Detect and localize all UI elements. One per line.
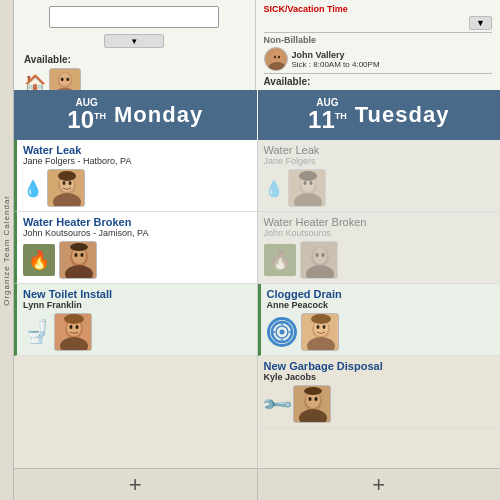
tuesday-empty — [258, 428, 501, 468]
aug11-dayname: Tuesday — [355, 102, 450, 128]
jane-folgers-avatar-tue — [288, 169, 326, 207]
garbage-disposal-icons: 🔧 — [264, 385, 495, 423]
svg-point-27 — [70, 325, 73, 329]
john-k-avatar-mon — [59, 241, 97, 279]
svg-point-36 — [299, 171, 317, 181]
job-card-water-heater-tue[interactable]: Water Heater Broken John Koutsouros 🔥 — [258, 212, 501, 284]
toilet-icon: 🚽 — [23, 319, 50, 345]
water-heater-mon-icons: 🔥 — [23, 241, 251, 279]
svg-point-29 — [64, 314, 84, 324]
toilet-mon-icons: 🚽 — [23, 313, 251, 351]
svg-point-14 — [69, 181, 72, 185]
job-card-water-heater-mon[interactable]: Water Heater Broken John Koutsouros - Ja… — [14, 212, 257, 284]
svg-point-42 — [321, 253, 324, 257]
sick-hours: Sick : 8:00AM to 4:00PM — [292, 60, 380, 69]
drain-icon — [267, 317, 297, 347]
svg-point-20 — [75, 253, 78, 257]
left-available-label: Available: — [24, 54, 249, 65]
aug10-date-block: AUG 10TH — [67, 98, 106, 132]
add-monday-button[interactable]: + — [14, 469, 258, 500]
aug10-sup: TH — [94, 111, 106, 121]
clogged-drain-title: Clogged Drain — [267, 288, 495, 300]
svg-point-8 — [278, 56, 280, 59]
svg-point-6 — [268, 62, 286, 71]
top-right-area: SICK/Vacation Time ▼ Non-Billable — [256, 0, 501, 90]
water-leak-tue-icons: 💧 — [264, 169, 495, 207]
john-vallery-avatar — [264, 47, 288, 71]
aug11-date: 11TH — [308, 108, 347, 132]
vacation-dropdown[interactable]: ▼ — [469, 16, 492, 30]
garbage-disposal-title: New Garbage Disposal — [264, 360, 495, 372]
water-heater-tue-icons: 🔥 — [264, 241, 495, 279]
separator2 — [264, 73, 493, 74]
svg-point-61 — [308, 397, 311, 401]
search-input-wrapper[interactable]: ▼ — [20, 6, 249, 48]
john-k-avatar-tue — [300, 241, 338, 279]
sick-vacation-label: SICK/Vacation Time — [264, 4, 493, 14]
water-leak-mon-title: Water Leak — [23, 144, 251, 156]
job-card-clogged-drain-tue[interactable]: Clogged Drain Anne Peacock — [258, 284, 501, 356]
top-section: ▼ Available: 🏠 — [14, 0, 500, 90]
chevron-button[interactable]: ▼ — [104, 34, 164, 48]
svg-point-5 — [271, 50, 283, 64]
water-heater-mon-title: Water Heater Broken — [23, 216, 251, 228]
job-card-water-leak-mon[interactable]: Water Leak Jane Folgers - Hatboro, PA 💧 — [14, 140, 257, 212]
svg-point-7 — [274, 56, 276, 59]
monday-column: Water Leak Jane Folgers - Hatboro, PA 💧 — [14, 140, 258, 468]
clogged-drain-icons — [267, 313, 495, 351]
day-header-aug11: AUG 11TH Tuesday — [258, 90, 501, 140]
jobs-area: Water Leak Jane Folgers - Hatboro, PA 💧 — [14, 140, 500, 468]
water-leak-tue-title: Water Leak — [264, 144, 495, 156]
clogged-drain-person: Anne Peacock — [267, 300, 495, 310]
top-left-area: ▼ Available: 🏠 — [14, 0, 256, 90]
svg-point-15 — [58, 171, 76, 181]
main-container: Organize Team Calendar ▼ Available: 🏠 — [0, 0, 500, 500]
svg-point-45 — [279, 330, 284, 335]
john-vallery-name: John Vallery — [292, 50, 380, 60]
anne-peacock-avatar — [301, 313, 339, 351]
water-heater-tue-title: Water Heater Broken — [264, 216, 495, 228]
svg-point-22 — [70, 243, 88, 251]
water-drop-icon: 💧 — [23, 179, 43, 198]
aug11-sup: TH — [335, 111, 347, 121]
monday-empty — [14, 356, 257, 468]
right-available-label: Available: — [264, 76, 493, 87]
heater-icon: 🔥 — [23, 244, 55, 276]
aug10-date: 10TH — [67, 108, 106, 132]
svg-point-35 — [309, 181, 312, 185]
water-leak-mon-person: Jane Folgers - Hatboro, PA — [23, 156, 251, 166]
water-heater-tue-person: John Koutsouros — [264, 228, 495, 238]
toilet-mon-person: Lynn Franklin — [23, 300, 251, 310]
jane-folgers-avatar-mon — [47, 169, 85, 207]
svg-point-21 — [81, 253, 84, 257]
svg-point-41 — [315, 253, 318, 257]
svg-point-63 — [304, 387, 322, 395]
sidebar: Organize Team Calendar — [0, 0, 14, 500]
water-drop-icon-tue: 💧 — [264, 179, 284, 198]
non-billable-person-info: John Vallery Sick : 8:00AM to 4:00PM — [292, 50, 380, 69]
non-billable-section: Non-Billable John Vallery — [264, 35, 493, 71]
day-headers-row: AUG 10TH Monday AUG 11TH Tuesday — [14, 90, 500, 140]
non-billable-person-row: John Vallery Sick : 8:00AM to 4:00PM — [264, 47, 493, 71]
content-wrapper: ▼ Available: 🏠 — [14, 0, 500, 500]
svg-point-54 — [316, 325, 319, 329]
non-billable-tag: Non-Billable — [264, 35, 493, 45]
add-row: + + — [14, 468, 500, 500]
svg-point-28 — [76, 325, 79, 329]
sidebar-label: Organize Team Calendar — [2, 195, 11, 306]
svg-point-4 — [66, 77, 69, 81]
search-input[interactable] — [49, 6, 219, 28]
garbage-disposal-person: Kyle Jacobs — [264, 372, 495, 382]
job-card-toilet-mon[interactable]: New Toilet Install Lynn Franklin 🚽 — [14, 284, 257, 356]
add-tuesday-button[interactable]: + — [258, 469, 501, 500]
aug10-dayname: Monday — [114, 102, 203, 128]
job-card-garbage-disposal-tue[interactable]: New Garbage Disposal Kyle Jacobs 🔧 — [258, 356, 501, 428]
lynn-franklin-avatar — [54, 313, 92, 351]
tuesday-column: Water Leak Jane Folgers 💧 — [258, 140, 501, 468]
day-header-aug10: AUG 10TH Monday — [14, 90, 258, 140]
toilet-mon-title: New Toilet Install — [23, 288, 251, 300]
kyle-jacobs-avatar — [293, 385, 331, 423]
job-card-water-leak-tue[interactable]: Water Leak Jane Folgers 💧 — [258, 140, 501, 212]
svg-point-55 — [322, 325, 325, 329]
svg-point-62 — [314, 397, 317, 401]
